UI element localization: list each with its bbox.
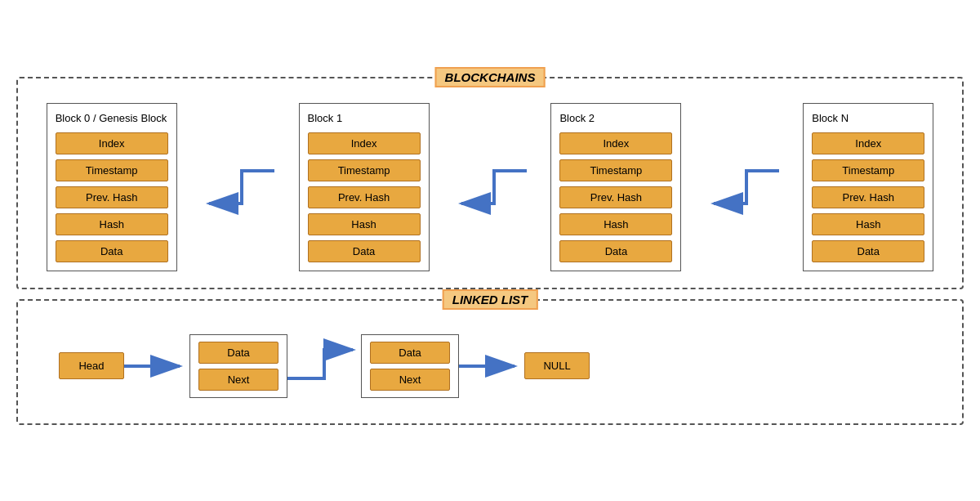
ll-arrow-node2-null xyxy=(459,342,524,391)
arrow-2n-svg xyxy=(706,122,779,253)
block0-title: Block 0 / Genesis Block xyxy=(56,112,168,124)
main-wrapper: BLOCKCHAINS Block 0 / Genesis Block Inde… xyxy=(16,77,964,425)
ll-node-2: Data Next xyxy=(361,334,459,398)
ll-step-arrow1-svg xyxy=(287,333,361,399)
block-2: Block 2 Index Timestamp Prev. Hash Hash … xyxy=(550,103,681,271)
linkedlist-section: LINKED LIST Head Data Next xyxy=(16,299,964,425)
block1-prevhash: Prev. Hash xyxy=(308,186,421,208)
blocks-row: Block 0 / Genesis Block Index Timestamp … xyxy=(34,103,946,271)
block1-index: Index xyxy=(308,132,421,154)
linked-list-row: Head Data Next xyxy=(34,325,946,407)
arrow-2n xyxy=(706,122,779,253)
arrow-12 xyxy=(453,122,527,253)
block2-data: Data xyxy=(559,240,672,262)
arrow-01-svg xyxy=(201,122,274,253)
block0-hash: Hash xyxy=(56,213,168,235)
blockN-title: Block N xyxy=(812,112,924,124)
blockN-index: Index xyxy=(812,132,924,154)
block0-wrapper: Block 0 / Genesis Block Index Timestamp … xyxy=(47,103,177,271)
ll-arrow-head-svg xyxy=(124,354,189,378)
block-0: Block 0 / Genesis Block Index Timestamp … xyxy=(47,103,177,271)
blockN-wrapper: Block N Index Timestamp Prev. Hash Hash … xyxy=(803,103,933,271)
linkedlist-title: LINKED LIST xyxy=(443,289,538,310)
blockN-timestamp: Timestamp xyxy=(812,159,924,181)
arrow-12-svg xyxy=(453,122,527,253)
ll-arrow-node2-svg xyxy=(459,354,524,378)
block2-hash: Hash xyxy=(559,213,672,235)
arrow-01 xyxy=(201,122,274,253)
block1-hash: Hash xyxy=(308,213,421,235)
block2-timestamp: Timestamp xyxy=(559,159,672,181)
null-box: NULL xyxy=(524,352,590,379)
ll-node2-data: Data xyxy=(370,342,450,364)
ll-arrow-head-node1 xyxy=(124,342,189,391)
blockchains-section: BLOCKCHAINS Block 0 / Genesis Block Inde… xyxy=(16,77,964,289)
block2-index: Index xyxy=(559,132,672,154)
head-box: Head xyxy=(59,352,124,379)
block0-timestamp: Timestamp xyxy=(56,159,168,181)
ll-arrow-node1-node2 xyxy=(287,333,361,399)
block2-prevhash: Prev. Hash xyxy=(559,186,672,208)
block0-prevhash: Prev. Hash xyxy=(56,186,168,208)
ll-node2-next: Next xyxy=(370,369,450,391)
block0-index: Index xyxy=(56,132,168,154)
block2-title: Block 2 xyxy=(559,112,672,124)
blockN-data: Data xyxy=(812,240,924,262)
ll-node1-next: Next xyxy=(198,369,278,391)
blockN-prevhash: Prev. Hash xyxy=(812,186,924,208)
block2-wrapper: Block 2 Index Timestamp Prev. Hash Hash … xyxy=(550,103,681,271)
ll-node1-data: Data xyxy=(198,342,278,364)
block1-data: Data xyxy=(308,240,421,262)
blockN-hash: Hash xyxy=(812,213,924,235)
blockchains-title: BLOCKCHAINS xyxy=(435,67,546,87)
ll-node-1: Data Next xyxy=(189,334,287,398)
block1-wrapper: Block 1 Index Timestamp Prev. Hash Hash … xyxy=(299,103,430,271)
block0-data: Data xyxy=(56,240,168,262)
block-1: Block 1 Index Timestamp Prev. Hash Hash … xyxy=(299,103,430,271)
block1-title: Block 1 xyxy=(308,112,421,124)
block-n: Block N Index Timestamp Prev. Hash Hash … xyxy=(803,103,933,271)
block1-timestamp: Timestamp xyxy=(308,159,421,181)
